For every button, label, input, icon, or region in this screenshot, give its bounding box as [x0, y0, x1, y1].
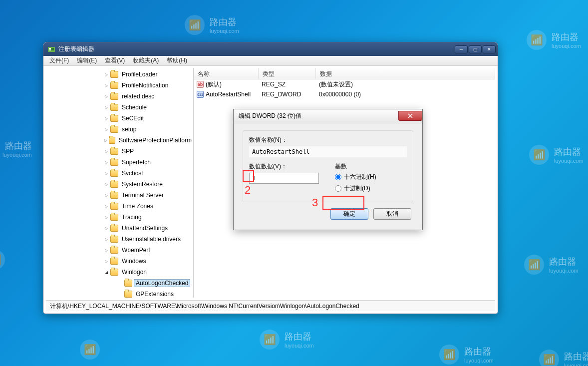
tree-node-label: ProfileLoader — [120, 70, 159, 78]
tree-node-svchost[interactable]: ▷Svchost — [46, 168, 193, 179]
tree-expander-icon[interactable]: ▷ — [103, 148, 109, 154]
tree-node-label: Windows — [120, 257, 148, 265]
tree-expander-icon[interactable]: ▷ — [103, 225, 109, 231]
ok-button[interactable]: 确定 — [330, 208, 368, 220]
col-data[interactable]: 数据 — [316, 68, 495, 79]
radio-dec-input[interactable] — [335, 185, 341, 192]
folder-icon — [110, 170, 118, 177]
tree-expander-icon[interactable]: ▷ — [103, 104, 109, 110]
tree-expander-icon[interactable]: ▷ — [103, 137, 108, 143]
base-label: 基数 — [335, 162, 407, 171]
tree-node-gpextensions[interactable]: GPExtensions — [46, 289, 193, 298]
dialog-titlebar[interactable]: 编辑 DWORD (32 位)值 — [234, 109, 422, 123]
col-type[interactable]: 类型 — [259, 68, 316, 79]
tree-expander-icon[interactable]: ▷ — [103, 214, 109, 220]
tree-expander-icon[interactable]: ▷ — [103, 247, 109, 253]
tree-node-unattendsettings[interactable]: ▷UnattendSettings — [46, 223, 193, 234]
tree-node-schedule[interactable]: ▷Schedule — [46, 102, 193, 113]
tree-node-autologonchecked[interactable]: AutoLogonChecked — [46, 278, 193, 289]
folder-icon — [110, 236, 118, 243]
tree-expander-icon[interactable]: ▷ — [103, 71, 109, 77]
watermark: 📶 路由器luyouqi.com — [539, 350, 588, 366]
folder-icon — [110, 82, 118, 89]
svg-rect-2 — [49, 49, 51, 50]
tree-node-secedit[interactable]: ▷SeCEdit — [46, 113, 193, 124]
value-data: 0x00000000 (0) — [316, 90, 364, 99]
tree-expander-icon[interactable]: ▷ — [103, 181, 109, 187]
router-icon: 📶 — [185, 15, 205, 35]
tree-expander-icon[interactable]: ◢ — [103, 269, 109, 275]
folder-icon — [110, 203, 118, 210]
router-icon: 📶 — [260, 330, 280, 350]
tree-node-profilenotification[interactable]: ▷ProfileNotification — [46, 80, 193, 91]
tree-expander-icon[interactable]: ▷ — [103, 170, 109, 176]
tree-scroll[interactable]: ▷ProfileLoader▷ProfileNotification▷relat… — [46, 68, 193, 298]
tree-expander-icon[interactable]: ▷ — [103, 115, 109, 121]
tree-node-softwareprotectionplatform[interactable]: ▷SoftwareProtectionPlatform — [46, 135, 193, 146]
tree-node-time-zones[interactable]: ▷Time Zones — [46, 201, 193, 212]
tree-node-userinstallable-drivers[interactable]: ▷Userinstallable.drivers — [46, 234, 193, 245]
folder-icon — [110, 181, 118, 188]
tree-expander-icon[interactable]: ▷ — [103, 258, 109, 264]
titlebar[interactable]: 注册表编辑器 ─ ▢ ✕ — [43, 42, 498, 56]
tree-node-label: Superfetch — [120, 158, 152, 166]
value-data-input[interactable] — [249, 173, 319, 184]
watermark: 📶 路由器luyouqi.com — [185, 15, 239, 35]
minimize-button[interactable]: ─ — [455, 45, 468, 53]
value-row[interactable]: 011AutoRestartShellREG_DWORD0x00000000 (… — [194, 89, 495, 99]
svg-rect-1 — [49, 48, 51, 49]
watermark: 📶 — [80, 340, 100, 360]
tree-node-terminal-server[interactable]: ▷Terminal Server — [46, 190, 193, 201]
folder-icon — [110, 93, 118, 100]
tree-node-label: SPP — [120, 147, 135, 155]
tree-node-winlogon[interactable]: ◢Winlogon — [46, 267, 193, 278]
menu-favorites[interactable]: 收藏夹(A) — [129, 55, 163, 66]
col-name[interactable]: 名称 — [194, 68, 259, 79]
tree-expander-icon[interactable] — [117, 280, 123, 286]
radio-dec[interactable]: 十进制(D) — [335, 184, 407, 193]
value-row[interactable]: ab(默认)REG_SZ(数值未设置) — [194, 79, 495, 89]
value-data-label: 数值数据(V)： — [249, 162, 321, 171]
folder-icon — [124, 291, 132, 298]
tree-node-label: Schedule — [120, 103, 148, 111]
tree-node-profileloader[interactable]: ▷ProfileLoader — [46, 69, 193, 80]
tree-expander-icon[interactable]: ▷ — [103, 93, 109, 99]
statusbar: 计算机\HKEY_LOCAL_MACHINE\SOFTWARE\Microsof… — [46, 300, 495, 311]
folder-icon — [110, 148, 118, 155]
tree-expander-icon[interactable]: ▷ — [103, 236, 109, 242]
tree-expander-icon[interactable]: ▷ — [103, 159, 109, 165]
folder-icon — [110, 214, 118, 221]
tree-node-tracing[interactable]: ▷Tracing — [46, 212, 193, 223]
close-button[interactable]: ✕ — [483, 45, 496, 53]
menu-view[interactable]: 查看(V) — [101, 55, 129, 66]
menu-help[interactable]: 帮助(H) — [163, 55, 191, 66]
tree-node-related-desc[interactable]: ▷related.desc — [46, 91, 193, 102]
menu-file[interactable]: 文件(F) — [45, 55, 73, 66]
tree-node-spp[interactable]: ▷SPP — [46, 146, 193, 157]
tree-node-windows[interactable]: ▷Windows — [46, 256, 193, 267]
folder-icon — [124, 280, 132, 287]
router-icon: 📶 — [529, 145, 549, 165]
tree-node-setup[interactable]: ▷setup — [46, 124, 193, 135]
tree-expander-icon[interactable]: ▷ — [103, 203, 109, 209]
tree-node-wbemperf[interactable]: ▷WbemPerf — [46, 245, 193, 256]
tree-node-systemrestore[interactable]: ▷SystemRestore — [46, 179, 193, 190]
tree-expander-icon[interactable]: ▷ — [103, 192, 109, 198]
regedit-icon — [47, 45, 55, 53]
router-icon: 📶 — [439, 345, 459, 365]
watermark: 📶 路由器luyouqi.com — [260, 330, 314, 350]
tree-expander-icon[interactable]: ▷ — [103, 82, 109, 88]
radio-hex-input[interactable] — [335, 174, 341, 180]
maximize-button[interactable]: ▢ — [469, 45, 482, 53]
tree-expander-icon[interactable]: ▷ — [103, 126, 109, 132]
tree-node-superfetch[interactable]: ▷Superfetch — [46, 157, 193, 168]
dialog-close-button[interactable] — [398, 111, 422, 121]
router-icon: 📶 — [527, 30, 547, 50]
folder-icon — [110, 269, 118, 276]
tree-node-label: ProfileNotification — [120, 81, 170, 89]
radio-hex[interactable]: 十六进制(H) — [335, 173, 407, 181]
router-icon: 📶 — [80, 340, 100, 360]
tree-expander-icon[interactable] — [117, 291, 123, 297]
cancel-button[interactable]: 取消 — [373, 208, 411, 220]
menu-edit[interactable]: 编辑(E) — [73, 55, 101, 66]
